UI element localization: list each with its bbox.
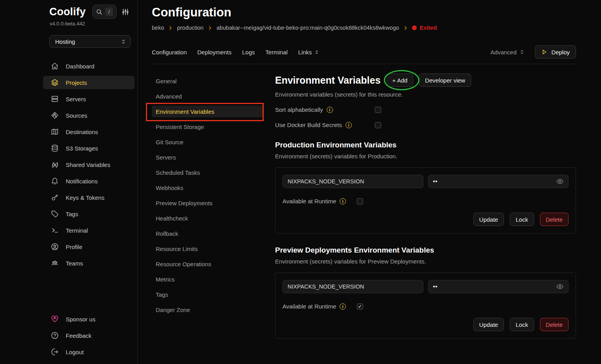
runtime-label: Available at Runtime: [283, 303, 336, 310]
search-button[interactable]: /: [92, 5, 117, 19]
heart-hands-icon: [51, 315, 59, 323]
sort-alphabetically-label: Sort alphabetically: [275, 106, 323, 113]
sidebar-item-teams[interactable]: Teams: [43, 256, 135, 270]
sidebar-item-keys-tokens[interactable]: Keys & Tokens: [43, 191, 135, 204]
card-actions: Update Lock Delete: [283, 318, 569, 331]
variable-value-field: [428, 280, 569, 293]
tab-logs[interactable]: Logs: [242, 49, 255, 56]
subnav-item-rollback[interactable]: Rollback: [152, 228, 263, 239]
info-icon[interactable]: i: [345, 122, 352, 128]
sidebar-item-feedback[interactable]: Feedback: [43, 329, 135, 342]
team-selector-value: Hosting: [55, 38, 75, 45]
docker-build-secrets-checkbox[interactable]: [375, 122, 381, 128]
developer-view-button[interactable]: Developer view: [419, 74, 471, 87]
update-button[interactable]: Update: [473, 318, 504, 331]
delete-button[interactable]: Delete: [540, 213, 569, 226]
subnav-item-preview-deployments[interactable]: Preview Deployments: [152, 197, 263, 209]
subnav-item-resource-limits[interactable]: Resource Limits: [152, 243, 263, 255]
info-icon[interactable]: i: [340, 303, 346, 310]
env-variables-panel: Environment Variables + Add Developer vi…: [263, 64, 576, 364]
sidebar-inner: Coolify / v4.0.0-beta.442 Hosting: [43, 0, 135, 364]
sort-alphabetically-checkbox[interactable]: [375, 107, 381, 113]
subnav-item-scheduled-tasks[interactable]: Scheduled Tasks: [152, 167, 263, 178]
subnav-item-tags[interactable]: Tags: [152, 289, 263, 300]
tab-bar-right: Advanced Deploy: [491, 45, 576, 59]
breadcrumb-environment[interactable]: production: [177, 25, 203, 31]
sidebar-item-tags[interactable]: Tags: [43, 207, 135, 221]
sidebar-item-logout[interactable]: Logout: [43, 345, 135, 359]
sidebar-item-sponsor-us[interactable]: Sponsor us: [43, 312, 135, 326]
sidebar-item-servers[interactable]: Servers: [43, 92, 135, 106]
variable-name-input[interactable]: [283, 280, 423, 293]
sidebar-item-sources[interactable]: Sources: [43, 109, 135, 122]
app-logo: Coolify: [49, 6, 86, 18]
subnav-item-general[interactable]: General: [152, 75, 263, 87]
info-icon[interactable]: i: [340, 198, 346, 204]
slash-shortcut-key: /: [105, 7, 113, 16]
subnav-item-git-source[interactable]: Git Source: [152, 136, 263, 148]
sidebar-item-label: Feedback: [66, 332, 92, 339]
runtime-label-wrap: Available at Runtime i: [283, 303, 357, 310]
section-subtitle: Environment (secrets) variables for Prod…: [275, 153, 576, 160]
available-at-runtime-checkbox[interactable]: [357, 303, 363, 310]
bell-icon: [51, 177, 59, 185]
docker-build-secrets-label-wrap: Use Docker Build Secrets i: [275, 122, 375, 128]
variable-name-input[interactable]: [283, 175, 423, 188]
update-button[interactable]: Update: [473, 213, 504, 226]
subnav-item-advanced[interactable]: Advanced: [152, 90, 263, 102]
logo-row: Coolify /: [43, 5, 135, 19]
sidebar-item-dashboard[interactable]: Dashboard: [43, 59, 135, 73]
help-circle-icon: [51, 332, 59, 339]
sidebar-menu: Dashboard Projects Servers Sources Desti…: [43, 59, 135, 270]
tab-deployments[interactable]: Deployments: [197, 49, 232, 56]
settings-sliders-icon[interactable]: [122, 8, 129, 16]
subnav-item-persistent-storage[interactable]: Persistent Storage: [152, 121, 263, 133]
lock-button[interactable]: Lock: [510, 318, 534, 331]
deploy-button[interactable]: Deploy: [535, 45, 576, 59]
server-icon: [51, 95, 59, 103]
subnav-item-resource-operations[interactable]: Resource Operations: [152, 258, 263, 270]
delete-button[interactable]: Delete: [540, 318, 569, 331]
subnav-item-webhooks[interactable]: Webhooks: [152, 182, 263, 194]
eye-icon[interactable]: [555, 282, 565, 291]
sidebar-item-label: S3 Storages: [66, 145, 98, 152]
app-version: v4.0.0-beta.442: [50, 21, 135, 27]
sidebar-item-label: Sources: [66, 112, 87, 119]
variable-value-input[interactable]: [428, 280, 569, 293]
tab-configuration[interactable]: Configuration: [152, 49, 187, 56]
sidebar-item-profile[interactable]: Profile: [43, 240, 135, 253]
subnav-item-healthcheck[interactable]: Healthcheck: [152, 212, 263, 224]
subnav-item-danger-zone[interactable]: Danger Zone: [152, 304, 263, 316]
advanced-dropdown[interactable]: Advanced: [491, 49, 525, 56]
chevron-right-icon: [168, 25, 173, 30]
sidebar-item-destinations[interactable]: Destinations: [43, 125, 135, 138]
layers-icon: [51, 79, 59, 86]
sidebar-item-shared-variables[interactable]: (x) Shared Variables: [43, 158, 135, 171]
map-icon: [51, 128, 59, 136]
breadcrumb-resource[interactable]: abubakar--meigag/vid-tube-beko-pro:main-…: [216, 25, 399, 31]
subnav-item-environment-variables[interactable]: Environment Variables: [152, 106, 263, 117]
add-button[interactable]: + Add: [387, 74, 414, 87]
variable-value-input[interactable]: [428, 175, 569, 188]
available-at-runtime-checkbox[interactable]: [357, 198, 363, 204]
sidebar-item-projects[interactable]: Projects: [43, 76, 135, 89]
team-selector[interactable]: Hosting: [49, 35, 131, 48]
tab-links[interactable]: Links: [298, 49, 319, 56]
status-badge: Exited: [412, 25, 437, 31]
sort-alphabetically-row: Sort alphabetically i: [275, 106, 576, 113]
user-circle-icon: [51, 243, 59, 251]
eye-icon[interactable]: [555, 177, 565, 186]
tabs: Configuration Deployments Logs Terminal …: [152, 49, 319, 56]
subnav-item-metrics[interactable]: Metrics: [152, 273, 263, 285]
section-title: Preview Deployments Environment Variable…: [275, 246, 576, 255]
info-icon[interactable]: i: [327, 107, 333, 113]
subnav-item-servers[interactable]: Servers: [152, 151, 263, 163]
sidebar-item-terminal[interactable]: Terminal: [43, 224, 135, 237]
breadcrumb: beko production abubakar--meigag/vid-tub…: [152, 25, 576, 31]
sidebar-item-notifications[interactable]: Notifications: [43, 174, 135, 188]
lock-button[interactable]: Lock: [510, 213, 534, 226]
breadcrumb-project[interactable]: beko: [152, 25, 164, 31]
tab-terminal[interactable]: Terminal: [265, 49, 288, 56]
chevron-updown-icon: [314, 50, 319, 55]
sidebar-item-s3-storages[interactable]: S3 Storages: [43, 142, 135, 155]
